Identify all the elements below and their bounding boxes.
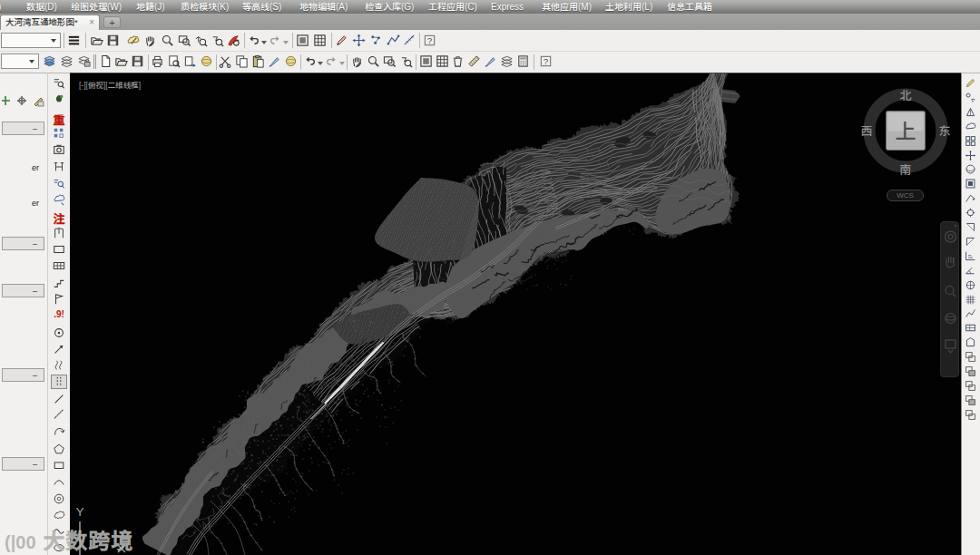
svg-text:东: 东: [938, 122, 950, 139]
svg-text:?: ?: [544, 56, 549, 66]
svg-text:南: 南: [899, 161, 911, 178]
svg-text:Y: Y: [76, 505, 84, 519]
svg-text:?: ?: [427, 35, 433, 45]
svg-text:上: 上: [896, 114, 916, 145]
svg-text:西: 西: [860, 122, 872, 139]
svg-text:北: 北: [899, 86, 911, 103]
